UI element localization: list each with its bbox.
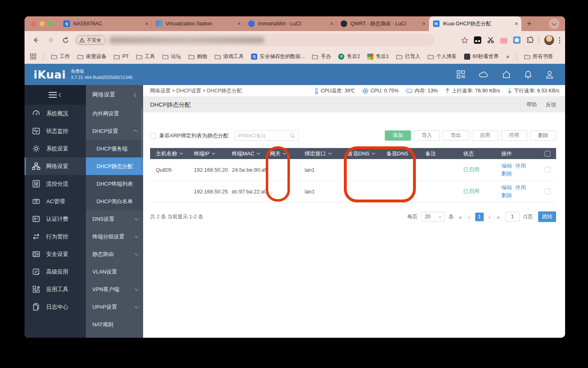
submenu-item-dhcp-static[interactable]: DHCP静态分配 bbox=[86, 157, 143, 175]
stop-link[interactable]: 停用 bbox=[515, 163, 526, 169]
import-button[interactable]: 导入 bbox=[414, 130, 440, 141]
bookmarks-overflow-button[interactable]: » bbox=[506, 53, 509, 60]
tab-nas[interactable]: Q NAS5878AC × bbox=[59, 16, 152, 31]
submenu-item-dhcp-blackwhite[interactable]: DHCP黑白名单 bbox=[86, 193, 143, 210]
bookmark-folder-home-devices[interactable]: 家里设备 bbox=[77, 53, 106, 60]
feedback-link[interactable]: 反馈 bbox=[546, 101, 556, 108]
extension-adblock-icon[interactable] bbox=[474, 36, 482, 44]
bookmark-aftersale2[interactable]: S售后2 bbox=[338, 53, 360, 60]
help-link[interactable]: 帮助 bbox=[527, 101, 537, 108]
sidebar-item-behavior-control[interactable]: 行为管控 bbox=[25, 228, 86, 245]
sidebar-item-system-overview[interactable]: 系统概况 bbox=[25, 105, 86, 122]
bookmark-60s-world[interactable]: 60秒看世界 bbox=[464, 53, 499, 60]
address-bar[interactable]: 不安全 bbox=[74, 34, 434, 46]
per-page-select[interactable]: 20 bbox=[421, 212, 445, 222]
col-mac[interactable]: 终端MAC bbox=[226, 150, 264, 157]
submenu-item-dhcp-server[interactable]: DHCP服务端 bbox=[86, 140, 143, 157]
sidebar-collapse-button[interactable] bbox=[25, 85, 86, 105]
submenu-item-static-route[interactable]: 静态路由 bbox=[86, 245, 143, 263]
submenu-item-vlan[interactable]: VLAN设置 bbox=[86, 263, 143, 280]
submenu-item-terminal-group[interactable]: 终端分组设置 bbox=[86, 228, 143, 245]
minimize-window-button[interactable] bbox=[40, 21, 45, 26]
bookmark-folder-figures[interactable]: 手办 bbox=[312, 53, 331, 60]
row-checkbox[interactable] bbox=[545, 167, 550, 173]
bookmark-star-icon[interactable] bbox=[460, 36, 469, 44]
close-tab-icon[interactable]: × bbox=[145, 20, 148, 27]
stop-link[interactable]: 停用 bbox=[515, 184, 526, 191]
zoom-window-button[interactable] bbox=[48, 21, 53, 26]
tab-ikuai-active[interactable]: iK iKuai-DHCP静态分配 × bbox=[429, 16, 521, 31]
sidebar-item-status-monitor[interactable]: 状态监控 bbox=[25, 122, 86, 140]
home-icon[interactable] bbox=[502, 70, 511, 79]
close-tab-icon[interactable]: × bbox=[330, 20, 333, 27]
profile-avatar[interactable] bbox=[544, 35, 554, 45]
extensions-puzzle-icon[interactable] bbox=[526, 36, 534, 44]
last-page-button[interactable]: » bbox=[496, 213, 501, 220]
bookmark-folder-forum[interactable]: 论坛 bbox=[162, 53, 181, 60]
disable-button[interactable]: 停用 bbox=[501, 130, 527, 141]
close-window-button[interactable] bbox=[31, 21, 36, 26]
new-tab-button[interactable]: + bbox=[527, 19, 532, 28]
delete-link[interactable]: 删除 bbox=[501, 171, 512, 177]
bookmark-aftersale1[interactable]: 售后1 bbox=[367, 53, 389, 60]
page-number-input[interactable]: 1 bbox=[505, 212, 520, 222]
bookmark-folder-imported[interactable]: 已导入 bbox=[396, 53, 420, 60]
submenu-item-vpn-client[interactable]: VPN客户端 bbox=[86, 280, 143, 298]
edit-link[interactable]: 编辑 bbox=[501, 163, 512, 169]
first-page-button[interactable]: « bbox=[457, 213, 463, 220]
col-ip[interactable]: 终端IP bbox=[188, 150, 226, 157]
user-icon[interactable] bbox=[545, 70, 554, 79]
add-button[interactable]: 添加 bbox=[385, 130, 411, 141]
bell-icon[interactable] bbox=[524, 70, 532, 79]
bookmark-folder-blog[interactable]: 个人博客 bbox=[428, 53, 457, 60]
delete-link[interactable]: 删除 bbox=[501, 192, 512, 198]
bookmark-all-bookmarks[interactable]: 所有书签 bbox=[524, 53, 553, 60]
apps-grid-icon[interactable] bbox=[30, 54, 36, 59]
tab-search-button[interactable] bbox=[549, 18, 559, 29]
back-button[interactable] bbox=[30, 34, 42, 46]
search-icon[interactable] bbox=[290, 133, 295, 139]
edit-link[interactable]: 编辑 bbox=[501, 184, 512, 191]
next-page-button[interactable]: › bbox=[487, 213, 492, 220]
sidebar-item-log-center[interactable]: 日志中心 bbox=[25, 298, 86, 316]
chevron-left-icon[interactable] bbox=[134, 93, 138, 97]
tab-virtualization-station[interactable]: Virtualization Station × bbox=[152, 16, 244, 31]
submenu-item-wan-lan[interactable]: 内外网设置 bbox=[86, 105, 143, 122]
cloud-icon[interactable] bbox=[479, 71, 489, 78]
select-all-checkbox[interactable] bbox=[545, 151, 550, 157]
col-dns2[interactable]: 备选DNS bbox=[381, 150, 420, 157]
bookmark-folder-game-tools[interactable]: 游戏工具 bbox=[215, 53, 244, 60]
col-gateway[interactable]: 网关 bbox=[264, 150, 299, 157]
current-page-button[interactable]: 1 bbox=[475, 213, 484, 221]
col-interface[interactable]: 绑定接口 bbox=[299, 150, 342, 157]
col-hostname[interactable]: 主机名称 bbox=[150, 150, 188, 157]
sidebar-item-auth-billing[interactable]: 认证计费 bbox=[25, 210, 86, 228]
sidebar-item-app-tools[interactable]: 应用工具 bbox=[25, 280, 86, 298]
col-dns1[interactable]: 首选DNS bbox=[342, 150, 381, 157]
enable-button[interactable]: 启用 bbox=[472, 130, 498, 141]
search-input[interactable] bbox=[238, 133, 290, 139]
search-box[interactable] bbox=[234, 130, 299, 141]
submenu-item-upnp[interactable]: UPnP设置 bbox=[86, 298, 143, 316]
sidebar-item-advanced-apps[interactable]: 高级应用 bbox=[25, 263, 86, 280]
sidebar-item-network-settings[interactable]: 网络设置 bbox=[25, 157, 86, 175]
tab-immortalwrt[interactable]: ImmortalWrt - LuCI × bbox=[244, 16, 337, 31]
submenu-item-dhcp-terminal-list[interactable]: DHCP终端列表 bbox=[86, 175, 143, 193]
jump-button[interactable]: 跳转 bbox=[538, 211, 556, 222]
submenu-item-dhcp-settings[interactable]: DHCP设置 bbox=[86, 122, 143, 140]
sidebar-item-system-settings[interactable]: 系统设置 bbox=[25, 140, 86, 157]
close-tab-icon[interactable]: × bbox=[515, 20, 518, 27]
extension-bilibili-icon[interactable] bbox=[500, 36, 508, 44]
prev-page-button[interactable]: ‹ bbox=[467, 213, 471, 220]
reload-button[interactable] bbox=[60, 34, 71, 46]
sidebar-item-flow-control[interactable]: 流控分流 bbox=[25, 175, 86, 193]
extension-scissors-icon[interactable] bbox=[487, 36, 495, 44]
extension-cookie-icon[interactable] bbox=[513, 36, 521, 44]
submenu-item-nat-rules[interactable]: NAT规则 bbox=[86, 316, 143, 333]
tab-qwrt[interactable]: QWRT - 静态路由 - LuCI × bbox=[337, 16, 429, 31]
row-checkbox[interactable] bbox=[545, 188, 550, 194]
submenu-scrollbar[interactable] bbox=[141, 109, 143, 170]
bookmark-folder-pt[interactable]: PT bbox=[114, 54, 129, 59]
close-tab-icon[interactable]: × bbox=[238, 20, 241, 27]
sidebar-item-ac-management[interactable]: AC管理 bbox=[25, 193, 86, 210]
